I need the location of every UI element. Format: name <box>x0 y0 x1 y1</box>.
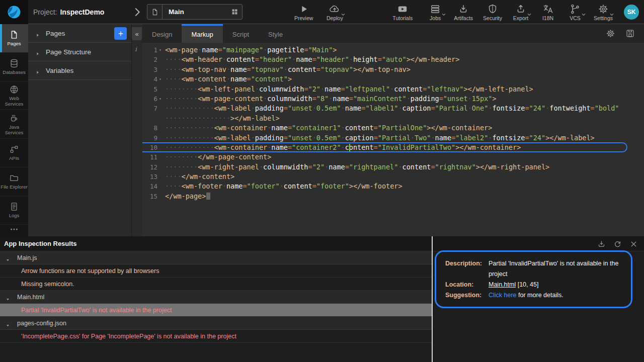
fold-caret-icon[interactable]: ▾ <box>157 45 165 55</box>
inspection-group-main-html[interactable]: Main.html <box>0 291 432 304</box>
code-line-8[interactable]: 8············<wm-container·name="contain… <box>142 123 644 133</box>
sidebar-item-file-explorer[interactable]: File Explorer <box>0 167 28 196</box>
code-line-12[interactable]: 12········<wm-right-panel·columnwidth="2… <box>142 162 644 172</box>
sidebar-item-logs[interactable]: Logs <box>0 196 28 225</box>
fold-gutter <box>157 104 165 113</box>
suggestion-value: Click here for more details. <box>489 290 623 301</box>
text-caret <box>349 144 350 151</box>
topbar-action-preview[interactable]: Preview <box>294 0 313 21</box>
tab-design[interactable]: Design <box>142 24 182 43</box>
line-number <box>142 114 157 123</box>
inspection-issue[interactable]: Partial 'InvalidPartialTwo' is not avail… <box>0 304 432 317</box>
line-number: 2 <box>142 55 157 64</box>
close-icon[interactable] <box>629 240 638 248</box>
tri-right-icon <box>35 51 40 56</box>
location-label: Location: <box>445 280 485 290</box>
topbar-action-i18n[interactable]: I18N <box>539 0 556 21</box>
sidebar-more-button[interactable] <box>0 223 28 235</box>
add-page-button[interactable] <box>114 27 127 40</box>
inspection-issue[interactable]: Arrow functions are not supported by all… <box>0 264 432 278</box>
topbar-action-deploy[interactable]: Deploy <box>326 0 343 21</box>
inspection-group-pages-config-json[interactable]: pages-config.json <box>0 317 432 330</box>
editor-settings-gear-icon[interactable] <box>606 29 615 38</box>
fold-gutter <box>157 182 165 191</box>
topbar-action-settings[interactable]: Settings <box>594 0 613 21</box>
topbar-actions-left: PreviewDeployTutorials <box>294 0 413 24</box>
page-tab-main[interactable]: Main <box>147 4 243 20</box>
chevron-right-icon[interactable] <box>132 7 143 18</box>
fold-gutter <box>157 55 165 64</box>
user-avatar[interactable]: SK <box>624 5 639 20</box>
issue-detail-tooltip: Description: Partial 'InvalidPartialTwo'… <box>435 250 632 308</box>
sidebar-item-pages[interactable]: Pages <box>0 24 28 53</box>
code-line-13[interactable]: 13····</wm-content> <box>142 172 644 182</box>
topbar-action-security[interactable]: Security <box>483 0 502 21</box>
topbar-action-artifacts[interactable]: Artifacts <box>454 0 473 21</box>
caret-down-icon <box>609 12 614 17</box>
location-file-link[interactable]: Main.html <box>489 281 516 288</box>
code-line-15[interactable]: 15</wm-page> <box>142 192 644 201</box>
refresh-icon[interactable] <box>613 240 622 248</box>
topbar-action-vcs[interactable]: VCS <box>567 0 584 21</box>
tri-down-icon <box>6 258 10 262</box>
sidebar-item-web-services[interactable]: Web Services <box>0 81 28 110</box>
coffee-icon <box>9 113 19 123</box>
fold-gutter <box>157 114 165 123</box>
dots-icon <box>9 224 19 234</box>
fold-gutter <box>157 123 165 133</box>
code-line-11[interactable]: 11········</wm-page-content> <box>142 152 644 162</box>
inspection-group-main-js[interactable]: Main.js <box>0 251 432 264</box>
line-number: 6 <box>142 94 157 104</box>
panel-divider[interactable] <box>432 236 433 362</box>
code-line-wrap[interactable]: ················></wm-label> <box>142 114 644 123</box>
code-line-5[interactable]: 5········<wm-left-panel·columnwidth="2"·… <box>142 84 644 94</box>
code-line-4[interactable]: 4▾····<wm-content·name="content"> <box>142 74 644 84</box>
code-line-2[interactable]: 2····<wm-header·content="header"·name="h… <box>142 55 644 64</box>
app-logo[interactable] <box>0 0 28 24</box>
topbar-action-tutorials[interactable]: Tutorials <box>392 0 413 21</box>
project-name: InspectDemo <box>60 8 104 16</box>
code-line-6[interactable]: 6▾········<wm-page-content·columnwidth="… <box>142 94 644 104</box>
topbar-action-export[interactable]: Export <box>512 0 529 21</box>
save-icon[interactable] <box>625 29 635 38</box>
plus-icon <box>117 30 124 37</box>
fold-gutter <box>157 133 165 143</box>
panel-section-variables[interactable]: Variables <box>28 61 131 80</box>
location-position: [10, 45] <box>518 281 539 288</box>
collapse-panel-button[interactable]: « <box>132 27 142 40</box>
code-line-3[interactable]: 3····<wm-top-nav·name="topnav"·content="… <box>142 65 644 74</box>
download-icon[interactable] <box>597 240 606 248</box>
jobs-icon <box>430 4 441 15</box>
app-window: Project: InspectDemo Main PreviewDeployT… <box>0 0 644 362</box>
top-bar: Project: InspectDemo Main PreviewDeployT… <box>0 0 644 24</box>
code-line-9[interactable]: 9············<wm-label·padding="unset·0.… <box>142 133 644 143</box>
tab-script[interactable]: Script <box>223 24 259 43</box>
sidebar-item-databases[interactable]: Databases <box>0 53 28 81</box>
line-number: 3 <box>142 65 157 74</box>
tab-markup[interactable]: Markup <box>182 24 222 43</box>
code-line-10[interactable]: 10············<wm-container·name="contai… <box>142 143 644 152</box>
code-line-14[interactable]: 14····<wm-footer·name="footer"·content="… <box>142 182 644 191</box>
line-number: 8 <box>142 123 157 133</box>
youtube-icon <box>397 4 408 15</box>
inspection-issue[interactable]: 'IncompletePage.css' for Page 'Incomplet… <box>0 330 432 343</box>
sidebar-item-java-services[interactable]: Java Services <box>0 110 28 139</box>
suggestion-click-here-link[interactable]: Click here <box>489 292 517 299</box>
code-line-7[interactable]: 7············<wm-label·padding="unset·0.… <box>142 104 644 113</box>
fold-gutter <box>157 84 165 94</box>
sidebar-item-apis[interactable]: APIs <box>0 139 28 167</box>
code-line-1[interactable]: 1▾<wm-page·name="mainpage"·pagetitle="Ma… <box>142 45 644 55</box>
topbar-action-jobs[interactable]: Jobs <box>427 0 444 21</box>
grid-icon[interactable] <box>227 8 242 16</box>
fold-caret-icon[interactable]: ▾ <box>157 94 165 104</box>
panel-section-pages[interactable]: Pages <box>28 24 131 43</box>
fold-caret-icon[interactable]: ▾ <box>157 74 165 84</box>
database-icon <box>9 58 19 68</box>
inspection-issue[interactable]: Missing semicolon. <box>0 278 432 291</box>
tab-style[interactable]: Style <box>259 24 292 43</box>
api-icon <box>9 144 19 154</box>
code-area[interactable]: 1▾<wm-page·name="mainpage"·pagetitle="Ma… <box>142 43 644 236</box>
left-icon-sidebar: PagesDatabasesWeb ServicesJava ServicesA… <box>0 24 28 236</box>
line-number: 15 <box>142 192 157 201</box>
panel-section-page-structure[interactable]: Page Structure <box>28 43 131 61</box>
